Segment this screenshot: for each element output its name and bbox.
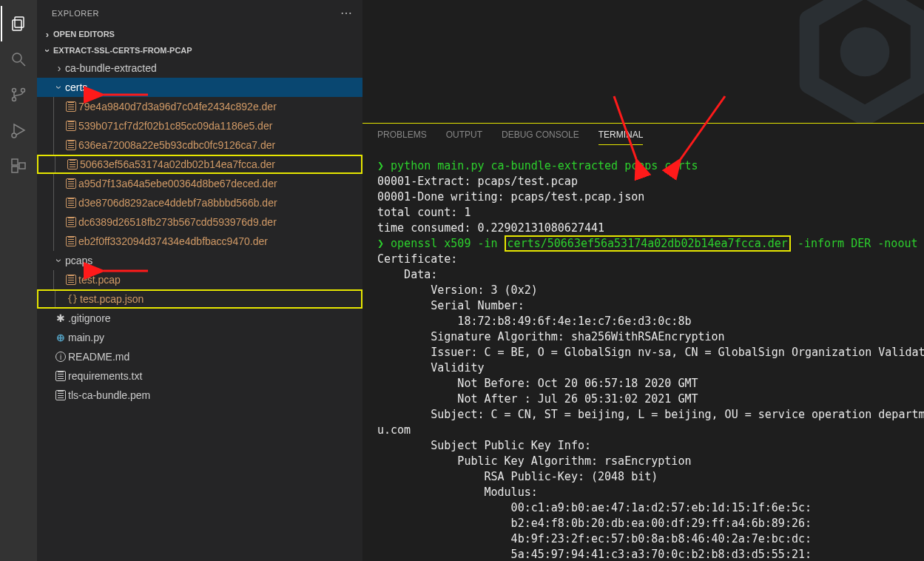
open-editors-section[interactable]: › OPEN EDITORS — [37, 26, 362, 42]
file-main-py[interactable]: ⊕main.py — [37, 328, 362, 347]
tab-terminal[interactable]: TERMINAL — [598, 130, 644, 145]
file-der[interactable]: dc6389d26518fb273b567cdd593976d9.der — [37, 212, 362, 232]
file-der[interactable]: 636ea72008a22e5b93cdbc0fc9126ca7.der — [37, 135, 362, 155]
panel-tabs: PROBLEMS OUTPUT DEBUG CONSOLE TERMINAL — [362, 123, 924, 148]
open-editors-label: OPEN EDITORS — [53, 30, 115, 38]
editor-area: PROBLEMS OUTPUT DEBUG CONSOLE TERMINAL ❯… — [362, 0, 924, 561]
terminal-output-line: 5a:45:97:94:41:c3:a3:70:0c:b2:b8:d3:d5:5… — [377, 547, 924, 561]
terminal-output-line: time consumed: 0.22902131080627441 — [377, 221, 924, 236]
file-label: d3e8706d8292ace4ddebf7a8bbbd566b.der — [78, 197, 277, 209]
file-label: requirements.txt — [68, 370, 142, 382]
file-icon — [64, 217, 78, 227]
file-icon — [64, 275, 78, 285]
file-requirements[interactable]: requirements.txt — [37, 366, 362, 386]
terminal-command-part: openssl x509 -in — [391, 237, 505, 250]
file-pcap[interactable]: test.pcap — [37, 270, 362, 289]
activity-search[interactable] — [1, 41, 36, 77]
svg-point-8 — [12, 133, 16, 138]
explorer-sidebar: EXPLORER ⋯ › OPEN EDITORS › EXTRACT-SSL-… — [37, 0, 362, 561]
tab-problems[interactable]: PROBLEMS — [377, 130, 427, 145]
folder-label: pcaps — [65, 255, 92, 266]
chevron-down-icon: › — [42, 44, 53, 56]
terminal-output-line: u.com — [377, 423, 924, 438]
file-icon — [64, 198, 78, 208]
folder-label: certs — [65, 81, 87, 93]
terminal-output-line: Not After : Jul 26 05:31:02 2021 GMT — [377, 392, 924, 407]
file-icon — [64, 121, 78, 131]
extensions-icon — [10, 157, 27, 175]
terminal-output-line: Data: — [377, 267, 924, 283]
watermark-logo — [791, 0, 924, 123]
terminal-output-line: Version: 3 (0x2) — [377, 283, 924, 298]
file-readme[interactable]: iREADME.md — [37, 347, 362, 366]
terminal-output-line: Subject Public Key Info: — [377, 438, 924, 454]
folder-ca-bundle[interactable]: › ca-bundle-extracted — [37, 58, 362, 78]
search-icon — [10, 50, 27, 68]
file-label: test.pcap.json — [80, 293, 144, 305]
svg-point-13 — [840, 27, 890, 77]
file-der[interactable]: a95d7f13a64a5ebe00364d8be67deced.der — [37, 174, 362, 193]
terminal-command-highlighted-arg: certs/50663ef56a53174a02db02b14ea7fcca.d… — [505, 235, 791, 252]
file-icon — [53, 371, 68, 381]
terminal-output-line: total count: 1 — [377, 205, 924, 221]
folder-pcaps[interactable]: › pcaps — [37, 251, 362, 270]
file-icon — [64, 236, 78, 246]
activity-extensions[interactable] — [1, 148, 36, 184]
terminal-output-line: Issuer: C = BE, O = GlobalSign nv-sa, CN… — [377, 345, 924, 360]
svg-point-4 — [13, 89, 16, 93]
terminal-output-line: Validity — [377, 360, 924, 376]
run-icon — [10, 121, 27, 139]
more-actions-button[interactable]: ⋯ — [340, 6, 353, 20]
file-label: 539b071cf7d2f02b1c85cc09da1186e5.der — [78, 120, 272, 132]
file-label: 79e4a9840d7d3a96d7c04fe2434c892e.der — [78, 101, 277, 112]
info-icon: i — [53, 352, 68, 362]
activity-explorer[interactable] — [1, 6, 36, 41]
activity-scm[interactable] — [1, 77, 36, 112]
terminal-output-line: Certificate: — [377, 252, 924, 267]
file-der-highlighted[interactable]: 50663ef56a53174a02db02b14ea7fcca.der — [37, 155, 362, 174]
workspace-section[interactable]: › EXTRACT-SSL-CERTS-FROM-PCAP — [37, 42, 362, 58]
gear-icon: ✱ — [53, 312, 68, 324]
file-label: 636ea72008a22e5b93cdbc0fc9126ca7.der — [78, 139, 275, 151]
svg-rect-0 — [15, 17, 24, 27]
svg-rect-10 — [12, 167, 18, 172]
folder-certs[interactable]: › certs — [37, 78, 362, 97]
sidebar-title: EXPLORER — [52, 9, 99, 18]
terminal-output-line: 00:c1:a9:b0:ae:47:1a:d2:57:eb:1d:15:1f:6… — [377, 500, 924, 516]
tab-debug-console[interactable]: DEBUG CONSOLE — [502, 130, 579, 145]
empty-editor — [362, 0, 924, 123]
file-label: tls-ca-bundle.pem — [68, 389, 150, 401]
activity-run[interactable] — [1, 112, 36, 148]
file-label: .gitignore — [68, 312, 111, 324]
tab-output[interactable]: OUTPUT — [446, 130, 482, 145]
file-icon — [64, 101, 78, 112]
chevron-right-icon: › — [41, 29, 53, 40]
file-der[interactable]: eb2f0ff332094d37434e4dbfbacc9470.der — [37, 232, 362, 251]
file-label: 50663ef56a53174a02db02b14ea7fcca.der — [80, 158, 275, 170]
file-icon — [64, 178, 78, 189]
svg-rect-9 — [12, 159, 18, 165]
json-icon: {} — [65, 294, 80, 304]
file-icon — [53, 390, 68, 400]
files-icon — [10, 15, 27, 33]
file-json-highlighted[interactable]: {}test.pcap.json — [37, 289, 362, 309]
file-label: eb2f0ff332094d37434e4dbfbacc9470.der — [78, 235, 268, 247]
folder-label: ca-bundle-extracted — [65, 62, 157, 74]
file-label: main.py — [68, 332, 104, 343]
sidebar-header: EXPLORER ⋯ — [37, 0, 362, 26]
file-der[interactable]: 539b071cf7d2f02b1c85cc09da1186e5.der — [37, 116, 362, 135]
file-bundle-pem[interactable]: tls-ca-bundle.pem — [37, 386, 362, 405]
chevron-down-icon: › — [53, 255, 65, 266]
terminal-output-line: Signature Algorithm: sha256WithRSAEncryp… — [377, 329, 924, 345]
file-der[interactable]: 79e4a9840d7d3a96d7c04fe2434c892e.der — [37, 97, 362, 116]
terminal-output-line: b2:e4:f8:0b:20:db:ea:00:df:29:ff:a4:6b:8… — [377, 516, 924, 531]
file-icon — [65, 159, 80, 169]
file-tree: › ca-bundle-extracted › certs 79e4a9840d… — [37, 58, 362, 561]
file-gitignore[interactable]: ✱.gitignore — [37, 309, 362, 328]
svg-point-2 — [13, 53, 21, 62]
terminal-output-line: 00001-Extract: pcaps/test.pcap — [377, 174, 924, 189]
terminal-panel[interactable]: ❯ python main.py ca-bundle-extracted pca… — [362, 148, 924, 561]
svg-point-6 — [21, 89, 25, 93]
file-der[interactable]: d3e8706d8292ace4ddebf7a8bbbd566b.der — [37, 193, 362, 212]
terminal-output-line: 4b:9f:23:2f:ec:57:b0:8a:b8:46:40:2a:7e:b… — [377, 531, 924, 547]
